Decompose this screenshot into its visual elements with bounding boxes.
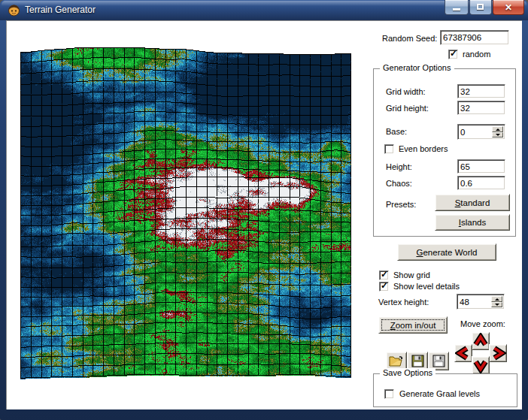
show-level-details-checkbox[interactable] xyxy=(379,282,389,292)
base-label: Base: xyxy=(386,127,407,136)
vertex-spin-up-button[interactable] xyxy=(491,296,502,302)
presets-label: Presets: xyxy=(386,200,416,209)
random-checkbox-label: random xyxy=(463,50,490,59)
title-bar[interactable]: Terrain Generator ✕ xyxy=(0,0,528,20)
grid-height-frame xyxy=(457,101,505,115)
save-options-group: Save Options Generate Graal levels xyxy=(373,373,517,407)
base-spinner-frame xyxy=(457,124,505,140)
move-zoom-up-button[interactable] xyxy=(472,332,490,350)
move-zoom-left-button[interactable] xyxy=(454,344,472,362)
base-input[interactable] xyxy=(460,126,490,137)
grid-width-label: Grid width: xyxy=(386,87,426,96)
random-seed-input-frame xyxy=(440,30,509,45)
minimize-icon xyxy=(453,8,460,11)
window-title: Terrain Generator xyxy=(25,5,96,15)
client-area: Random Seed: random Generator Options Gr… xyxy=(6,20,522,409)
open-folder-icon xyxy=(389,355,404,367)
height-label: Height: xyxy=(386,162,412,171)
generate-graal-label: Generate Graal levels xyxy=(399,389,480,398)
base-spin-down-button[interactable] xyxy=(492,132,503,138)
move-zoom-right-button[interactable] xyxy=(489,344,507,362)
base-spin-up-button[interactable] xyxy=(492,126,503,132)
height-frame xyxy=(457,159,505,174)
maximize-icon xyxy=(477,4,484,10)
chaos-input[interactable] xyxy=(460,178,502,188)
minimize-button[interactable] xyxy=(445,0,469,15)
show-grid-checkbox[interactable] xyxy=(379,270,389,280)
terrain-generator-window: Terrain Generator ✕ Random Seed: random … xyxy=(0,0,528,420)
show-level-details-label: Show level details xyxy=(393,282,460,291)
move-zoom-label: Move zoom: xyxy=(460,319,505,328)
vertex-height-label: Vertex height: xyxy=(378,298,429,307)
chaos-label: Chaos: xyxy=(386,179,412,188)
grid-width-frame xyxy=(457,84,505,98)
move-zoom-down-button[interactable] xyxy=(472,356,490,374)
up-arrow-icon xyxy=(472,333,489,349)
height-input[interactable] xyxy=(460,162,502,171)
save-floppy-alt-icon xyxy=(432,355,445,367)
grid-height-label: Grid height: xyxy=(386,104,429,113)
left-arrow-icon xyxy=(455,345,472,361)
even-borders-label: Even borders xyxy=(399,144,448,153)
vertex-height-input[interactable] xyxy=(460,296,490,307)
zoom-in-out-button[interactable]: Zoom in/out xyxy=(378,316,448,334)
right-arrow-icon xyxy=(490,345,506,361)
generate-graal-checkbox[interactable] xyxy=(384,389,394,399)
chaos-frame xyxy=(457,176,505,190)
generator-options-group: Generator Options Grid width: Grid heigh… xyxy=(373,68,516,237)
close-icon: ✕ xyxy=(493,2,523,13)
save-floppy-icon xyxy=(411,355,424,367)
random-seed-label: Random Seed: xyxy=(382,34,437,43)
grid-height-input[interactable] xyxy=(460,103,502,113)
generate-world-button[interactable]: Generate World xyxy=(397,243,496,261)
preset-islands-button[interactable]: Islands xyxy=(435,214,510,231)
app-icon xyxy=(8,4,20,17)
save-options-title: Save Options xyxy=(380,368,435,377)
vertex-height-spinner-frame xyxy=(457,294,505,310)
even-borders-checkbox[interactable] xyxy=(384,144,394,154)
close-button[interactable]: ✕ xyxy=(493,0,524,15)
generator-options-title: Generator Options xyxy=(380,63,454,72)
show-grid-label: Show grid xyxy=(393,270,430,279)
terrain-map-canvas[interactable] xyxy=(20,36,351,389)
random-seed-input[interactable] xyxy=(443,32,506,43)
preset-standard-button[interactable]: Standard xyxy=(435,194,510,211)
down-arrow-icon xyxy=(472,357,489,373)
maximize-button[interactable] xyxy=(469,0,492,15)
vertex-spin-down-button[interactable] xyxy=(491,302,502,308)
random-checkbox[interactable] xyxy=(448,50,458,59)
grid-width-input[interactable] xyxy=(460,86,502,96)
